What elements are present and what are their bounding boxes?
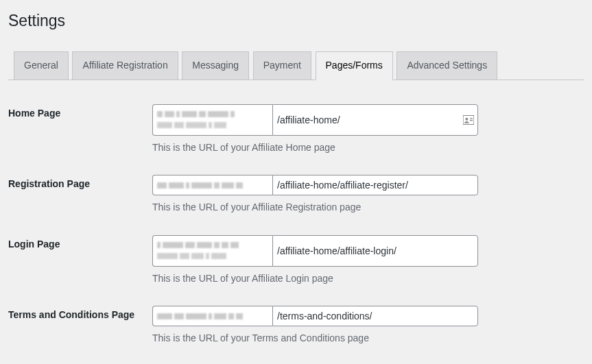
tab-general[interactable]: General [14,51,69,80]
form-table: Home Page [8,94,584,356]
login-page-row [152,235,478,267]
tab-payment[interactable]: Payment [253,51,311,80]
tab-messaging[interactable]: Messaging [182,51,249,80]
registration-page-prefix [152,175,272,195]
tab-bar: General Affiliate Registration Messaging… [8,51,584,80]
page-title: Settings [8,5,584,34]
svg-point-1 [465,117,468,120]
terms-page-input[interactable] [272,306,478,326]
registration-page-help: This is the URL of your Affiliate Regist… [152,201,577,215]
registration-page-row [152,175,478,195]
terms-page-prefix [152,306,272,326]
svg-rect-2 [470,118,473,119]
contact-card-icon [463,115,474,125]
terms-page-label: Terms and Conditions Page [8,295,152,356]
registration-page-label: Registration Page [8,165,152,225]
home-page-help: This is the URL of your Affiliate Home p… [152,141,577,155]
tab-affiliate-registration[interactable]: Affiliate Registration [72,51,178,80]
settings-page: Settings General Affiliate Registration … [0,0,592,364]
terms-page-help: This is the URL of your Terms and Condit… [152,332,577,345]
home-page-prefix [152,104,272,136]
login-page-input[interactable] [272,235,478,267]
svg-rect-3 [470,120,473,121]
login-page-help: This is the URL of your Affiliate Login … [152,272,577,286]
login-page-prefix [152,235,272,267]
tab-pages-forms[interactable]: Pages/Forms [316,51,393,80]
login-page-label: Login Page [8,225,152,296]
tab-advanced-settings[interactable]: Advanced Settings [396,51,497,80]
home-page-input[interactable] [272,104,478,136]
registration-page-input[interactable] [272,175,478,195]
home-page-label: Home Page [8,94,152,165]
terms-page-row [152,306,478,326]
home-page-row [152,104,478,136]
